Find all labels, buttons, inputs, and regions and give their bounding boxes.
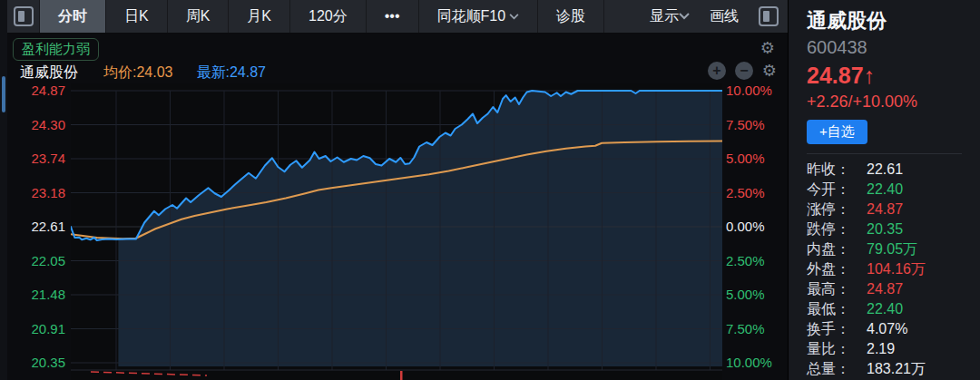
tab-label: 分时 — [58, 7, 87, 26]
panel-divider — [807, 153, 962, 154]
stat-label: 最高： — [807, 279, 867, 299]
stat-value: 20.35 — [867, 219, 903, 239]
quote-stat-row: 换手：4.07% — [807, 319, 980, 339]
period-tabs: 分时日K周K月K120分•••同花顺F10诊股 — [40, 0, 604, 33]
stock-app-window: 分时日K周K月K120分•••同花顺F10诊股 显示 画线 盈利能力弱 ⚙ 通威… — [0, 0, 980, 380]
quote-stat-row: 昨收：22.61 — [807, 160, 980, 180]
panel-toggle-icon — [14, 6, 34, 26]
tab-label: 诊股 — [556, 7, 585, 26]
display-menu-button[interactable]: 显示 — [650, 7, 690, 26]
stat-label: 最低： — [807, 299, 867, 319]
tab-label: ••• — [385, 8, 400, 24]
price-tick-label: 23.74 — [7, 151, 65, 166]
gear-icon[interactable]: ⚙ — [760, 40, 775, 56]
quote-stat-row: 跌停：20.35 — [807, 219, 980, 239]
quote-stat-row: 涨停：24.87 — [807, 200, 980, 219]
up-arrow-icon: ↑ — [864, 63, 876, 88]
stat-value: 104.16万 — [867, 259, 926, 279]
quote-stat-row: 最高：24.87 — [807, 279, 980, 299]
stat-value: 24.87 — [867, 279, 903, 299]
price-tick-label: 20.91 — [7, 321, 65, 336]
percent-tick-label: 7.50% — [726, 117, 789, 132]
stat-value: 22.61 — [867, 160, 903, 180]
toolbar-right-group: 显示 画线 — [650, 0, 788, 33]
price-tick-label: 21.48 — [7, 287, 65, 302]
tab-日K[interactable]: 日K — [106, 0, 168, 33]
tab-月K[interactable]: 月K — [229, 0, 290, 33]
percent-tick-label: 7.50% — [726, 321, 789, 336]
chart-stock-name: 通威股份 — [20, 63, 78, 83]
quote-stat-row: 总量：183.21万 — [807, 359, 980, 379]
quote-stat-row: 最低：22.40 — [807, 299, 980, 319]
quote-stat-row: 量比：2.19 — [807, 339, 980, 359]
gear-icon[interactable]: ⚙ — [762, 63, 777, 79]
tab-label: 日K — [124, 7, 149, 26]
volume-bar — [400, 371, 403, 380]
diagnosis-bar: 盈利能力弱 ⚙ — [7, 34, 788, 62]
chart-title-row: 通威股份 均价:24.03 最新:24.87 + − ⚙ — [7, 62, 788, 83]
chart-toolbar: 分时日K周K月K120分•••同花顺F10诊股 显示 画线 — [7, 0, 788, 34]
add-watchlist-button[interactable]: +自选 — [807, 120, 867, 144]
tab-label: 周K — [186, 7, 211, 26]
stat-value: 22.40 — [867, 180, 903, 200]
tab-label: 120分 — [309, 7, 348, 26]
stat-label: 量比： — [807, 339, 867, 359]
display-menu-label: 显示 — [650, 7, 679, 26]
stat-label: 换手： — [807, 319, 867, 339]
stock-code: 600438 — [807, 34, 980, 60]
chevron-down-icon — [679, 13, 690, 20]
quote-stat-row: 内盘：79.05万 — [807, 239, 980, 259]
chart-zoom-controls: + − ⚙ — [708, 62, 777, 80]
tab-同花顺F10[interactable]: 同花顺F10 — [419, 0, 539, 33]
diagnosis-tag[interactable]: 盈利能力弱 — [13, 38, 99, 61]
stat-label: 涨停： — [807, 200, 867, 219]
tab-分时[interactable]: 分时 — [40, 0, 106, 33]
percent-tick-label: 5.00% — [726, 287, 789, 302]
price-tick-label: 22.61 — [7, 219, 65, 234]
stat-label: 外盘： — [807, 259, 867, 279]
last-price-label: 最新:24.87 — [196, 63, 265, 83]
panel-toggle-icon — [759, 6, 779, 26]
stat-value: 183.21万 — [867, 359, 926, 379]
percent-tick-label: 2.50% — [726, 185, 789, 200]
price-tick-label: 20.35 — [7, 355, 65, 370]
tab-周K[interactable]: 周K — [168, 0, 230, 33]
stat-value: 22.40 — [867, 299, 903, 319]
tab-诊股[interactable]: 诊股 — [538, 0, 604, 33]
stat-label: 今开： — [807, 180, 867, 200]
tab-label: 月K — [247, 7, 271, 26]
left-edge-strip — [0, 0, 7, 380]
chevron-down-icon — [509, 14, 519, 20]
percent-tick-label: 0.00% — [726, 219, 789, 234]
draw-line-label: 画线 — [710, 7, 739, 26]
price-tick-label: 22.05 — [7, 253, 65, 268]
stat-value: 24.87 — [867, 200, 903, 219]
stat-label: 内盘： — [807, 239, 867, 259]
panel-toggle-left-button[interactable] — [7, 0, 40, 33]
zoom-in-icon[interactable]: + — [708, 62, 726, 80]
stock-name: 通威股份 — [807, 7, 980, 34]
avg-price-label: 均价:24.03 — [103, 63, 172, 83]
quote-panel: 通威股份 600438 24.87↑ +2.26/+10.00% +自选 昨收：… — [788, 0, 980, 380]
tab-label: 同花顺F10 — [437, 7, 506, 26]
quote-stats-list: 昨收：22.61今开：22.40涨停：24.87跌停：20.35内盘：79.05… — [807, 160, 980, 379]
percent-tick-label: 5.00% — [726, 151, 789, 166]
tab-•••[interactable]: ••• — [367, 0, 419, 33]
tab-120分[interactable]: 120分 — [290, 0, 367, 33]
intraday-chart[interactable]: 24.8724.3023.7423.1822.6122.0521.4820.91… — [7, 83, 788, 380]
stat-value: 4.07% — [867, 319, 907, 339]
price-tick-label: 24.87 — [7, 83, 65, 98]
panel-toggle-right-button[interactable] — [759, 6, 779, 26]
scrollbar-thumb[interactable] — [2, 76, 5, 112]
quote-stat-row: 今开：22.40 — [807, 180, 980, 200]
zoom-out-icon[interactable]: − — [735, 62, 753, 80]
stat-label: 昨收： — [807, 160, 867, 180]
current-price: 24.87↑ — [807, 60, 980, 91]
price-tick-label: 24.30 — [7, 117, 65, 132]
toolbar-spacer — [604, 0, 650, 33]
stat-value: 79.05万 — [867, 239, 917, 259]
quote-stat-row: 外盘：104.16万 — [807, 259, 980, 279]
percent-tick-label: 10.00% — [726, 355, 789, 370]
intraday-plot-canvas[interactable] — [71, 83, 722, 380]
draw-line-button[interactable]: 画线 — [710, 7, 739, 26]
